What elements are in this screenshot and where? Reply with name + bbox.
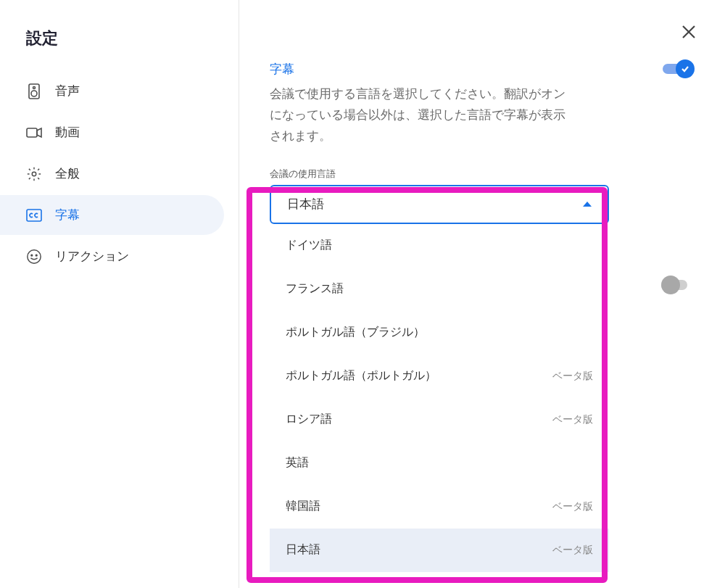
language-field-label: 会議の使用言語 [270,167,695,181]
svg-point-7 [31,254,33,256]
sidebar-item-general[interactable]: 全般 [0,154,224,194]
svg-point-6 [28,249,41,262]
sidebar-item-reactions[interactable]: リアクション [0,236,224,276]
language-option[interactable]: ポルトガル語（ポルトガル） ベータ版 [270,355,609,398]
sidebar-item-label: 字幕 [55,207,80,223]
sidebar-item-audio[interactable]: 音声 [0,71,224,111]
language-select[interactable]: 日本語 [270,185,609,224]
speaker-icon [26,83,42,99]
settings-main: 字幕 会議で使用する言語を選択してください。翻訳がオンになっている場合以外は、選… [239,0,725,588]
sidebar-item-video[interactable]: 動画 [0,112,224,152]
sidebar-title: 設定 [0,20,239,70]
language-option-selected[interactable]: 日本語 ベータ版 [270,529,609,572]
settings-sidebar: 設定 音声 動画 全般 [0,0,239,588]
captions-toggle[interactable] [663,59,695,78]
beta-badge: ベータ版 [552,370,593,383]
chevron-up-icon [583,202,592,207]
section-title: 字幕 [270,61,294,78]
language-option[interactable]: フランス語 [270,268,609,311]
scrollbar-thumb[interactable] [602,347,608,565]
smile-icon [26,249,42,265]
language-option[interactable]: ポルトガル語（ブラジル） [270,311,609,355]
language-option[interactable]: 英語 [270,442,609,485]
svg-point-1 [33,86,36,88]
sidebar-item-label: 全般 [55,165,80,182]
gear-icon [26,166,42,182]
beta-badge: ベータ版 [552,544,593,557]
svg-rect-5 [27,210,41,221]
sidebar-item-captions[interactable]: 字幕 [0,195,224,235]
close-button[interactable] [679,22,699,42]
sidebar-item-label: 音声 [55,83,80,99]
svg-point-2 [31,91,37,96]
svg-rect-3 [27,128,37,137]
language-option[interactable]: ドイツ語 [270,224,609,268]
language-option[interactable]: ロシア語 ベータ版 [270,398,609,442]
language-option[interactable]: 韓国語 ベータ版 [270,485,609,529]
selected-value: 日本語 [287,196,324,212]
svg-point-8 [36,254,37,256]
captions-description: 会議で使用する言語を選択してください。翻訳がオンになっている場合以外は、選択した… [270,84,574,147]
beta-badge: ベータ版 [552,500,593,513]
sidebar-item-label: リアクション [55,248,129,265]
language-dropdown: ドイツ語 フランス語 ポルトガル語（ブラジル） ポルトガル語（ポルトガル） ベー… [270,224,609,572]
beta-badge: ベータ版 [552,413,593,426]
video-icon [26,125,42,141]
svg-point-4 [32,172,36,176]
sidebar-item-label: 動画 [55,124,80,141]
cc-icon [26,207,42,223]
